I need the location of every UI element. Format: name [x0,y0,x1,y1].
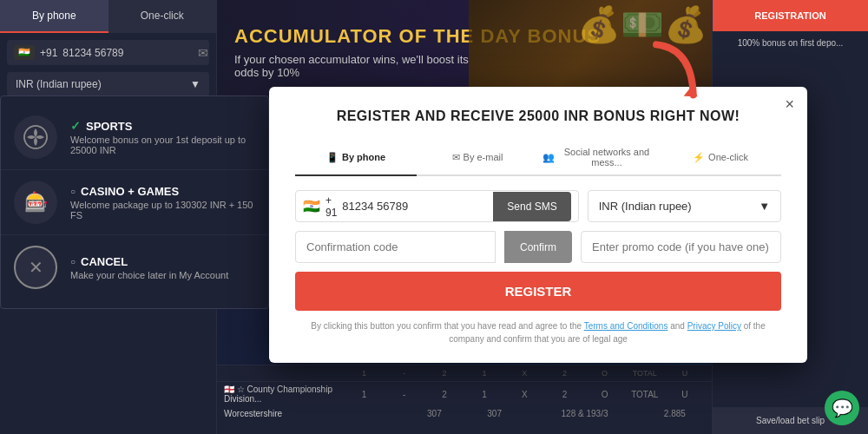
tab-phone-label: By phone [342,152,385,162]
county-name: 🏴󠁧󠁢󠁥󠁮󠁧󠁿 ☆ County Championship Division..… [224,385,345,404]
tab-social[interactable]: 👥 Social networks and mess... [538,140,660,176]
phone-icon: 📱 [326,152,339,163]
col-u: U [665,369,705,378]
cell-total: TOTAL [625,390,665,399]
modal-title: REGISTER AND RECEIVE 25000 INR BONUS RIG… [295,108,781,124]
send-sms-button[interactable]: Send SMS [493,192,570,221]
privacy-policy-link[interactable]: Privacy Policy [687,321,741,331]
modal-phone-row: 🇮🇳 + 91 Send SMS INR (Indian rupee) ▼ [295,190,781,222]
col-o: O [585,369,625,378]
modal-confirm-row: Confirm [295,231,781,263]
tab-oneclick-label: One-click [708,152,748,162]
check-icon: ✓ [70,119,81,133]
table-row-county: 🏴󠁧󠁢󠁥󠁮󠁧󠁿 ☆ County Championship Division..… [217,382,712,406]
modal-currency-label: INR (Indian rupee) [599,200,692,213]
close-button[interactable]: × [785,95,794,114]
chevron-down-icon: ▼ [190,78,201,90]
phone-input[interactable] [62,47,193,59]
col-team [224,369,345,378]
tab-one-click[interactable]: One-click [108,0,217,33]
currency-label: INR (Indian rupee) [16,78,102,90]
sports-option[interactable]: ✓ SPORTS Welcome bonus on your 1st depos… [1,105,268,170]
cell-o: O [585,390,625,399]
tab-social-label: Social networks and mess... [558,147,655,168]
sports-info: ✓ SPORTS Welcome bonus on your 1st depos… [70,119,255,155]
chat-button[interactable]: 💬 [825,391,859,425]
cell-2: 2 [424,390,464,399]
col-x2: 2 [544,369,584,378]
tab-by-phone[interactable]: By phone [0,0,108,33]
email-icon: ✉ [452,152,460,163]
flag-chip: 🇮🇳 [14,45,35,60]
social-icon: 👥 [542,152,555,163]
mail-icon[interactable]: ✉ [198,46,208,60]
col-total: TOTAL [625,369,665,378]
cancel-title: ○ CANCEL [70,255,228,268]
currency-dropdown[interactable]: INR (Indian rupee) ▼ [588,190,781,222]
col-1x: 1 [464,369,504,378]
modal-phone-input[interactable] [342,191,488,221]
sports-icon [14,115,57,159]
modal-tabs: 📱 By phone ✉ By e-mail 👥 Social networks… [295,140,781,176]
bonus-choice-popup: ✓ SPORTS Welcome bonus on your 1st depos… [0,95,269,309]
cancel-icon: ✕ [14,246,57,289]
casino-icon: 🎰 [14,181,57,224]
tab-email[interactable]: ✉ By e-mail [417,140,538,176]
register-main-button[interactable]: REGISTER [295,272,781,311]
col-1: 1 [345,369,385,378]
worcestershire-name: Worcestershire [224,409,404,418]
cancel-info: ○ CANCEL Make your choice later in My Ac… [70,255,228,280]
terms-conditions-link[interactable]: Terms and Conditions [584,321,668,331]
cell-dash: - [385,390,424,399]
sports-title: ✓ SPORTS [70,119,255,133]
cell-1x: 1 [464,390,504,399]
cell-x: X [504,390,544,399]
score-307: 307 [404,409,464,418]
col-dash: - [385,369,424,378]
odd-2885: 2.885 [645,409,705,418]
phone-prefix-label: +91 [40,47,57,59]
modal-flag: 🇮🇳 [303,198,320,214]
login-tabs: By phone One-click [0,0,216,33]
cell-1: 1 [345,390,385,399]
currency-select[interactable]: INR (Indian rupee) ▼ [7,72,209,96]
casino-title: ○ CASINO + GAMES [70,185,255,198]
tab-email-label: By e-mail [464,152,503,162]
cancel-desc: Make your choice later in My Account [70,270,228,280]
table-header: 1 - 2 1 X 2 O TOTAL U [217,365,712,382]
bonus-text-right: 100% bonus on first depo... [713,31,868,55]
col-x: X [504,369,544,378]
confirmation-code-input[interactable] [295,231,496,263]
registration-modal: × REGISTER AND RECEIVE 25000 INR BONUS R… [269,87,807,363]
match-table: 1 - 2 1 X 2 O TOTAL U 🏴󠁧󠁢󠁥󠁮󠁧󠁿 ☆ County C… [217,365,712,434]
modal-terms: By clicking this button you confirm that… [295,319,781,345]
modal-phone-prefix: + 91 [326,194,337,219]
tab-oneclick[interactable]: ⚡ One-click [660,140,781,176]
sports-desc: Welcome bonus on your 1st deposit up to … [70,135,255,155]
score-193: 128 & 193/3 [524,409,645,418]
registration-button-right[interactable]: REGISTRATION [713,0,868,31]
col-2: 2 [424,369,464,378]
casino-desc: Welcome package up to 130302 INR + 150 F… [70,200,255,220]
chevron-down-icon: ▼ [759,200,770,213]
phone-row: 🇮🇳 +91 ✉ [7,40,209,65]
cancel-option[interactable]: ✕ ○ CANCEL Make your choice later in My … [1,235,268,299]
bolt-icon: ⚡ [693,152,705,163]
modal-phone-field: 🇮🇳 + 91 Send SMS [295,190,579,222]
table-row-worcestershire: Worcestershire 307 307 128 & 193/3 2.885 [217,406,712,421]
score-307b: 307 [464,409,524,418]
tab-phone[interactable]: 📱 By phone [295,140,417,176]
chat-icon: 💬 [832,398,853,418]
casino-option[interactable]: 🎰 ○ CASINO + GAMES Welcome package up to… [1,170,268,235]
confirm-button[interactable]: Confirm [504,231,572,263]
promo-code-input[interactable] [581,231,781,263]
cell-u: U [665,390,705,399]
casino-info: ○ CASINO + GAMES Welcome package up to 1… [70,185,255,220]
cell-x2: 2 [544,390,584,399]
